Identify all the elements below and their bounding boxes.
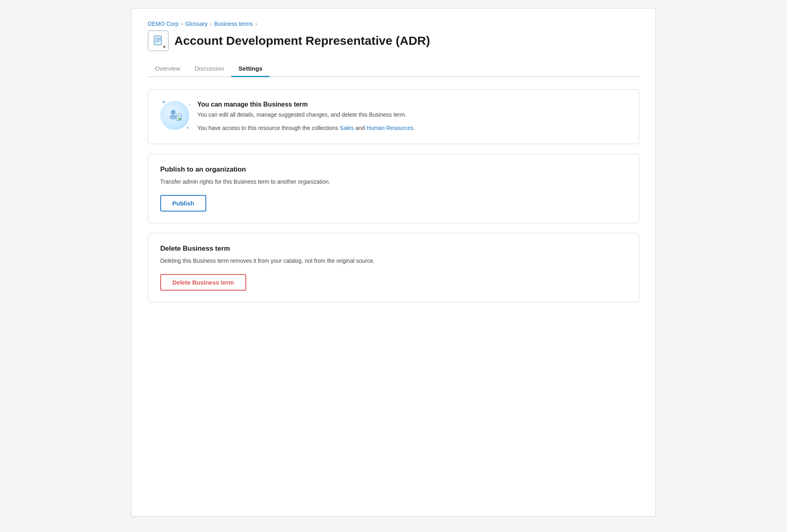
- svg-rect-0: [154, 36, 161, 45]
- delete-button[interactable]: Delete Business term: [160, 274, 246, 291]
- page-icon: [148, 30, 169, 51]
- info-card-inner: ✦ ✦ ✦ You can manage this Business term …: [160, 101, 627, 132]
- breadcrumb-demo-corp[interactable]: DEMO Corp: [148, 21, 178, 27]
- document-icon: [153, 35, 164, 46]
- page-wrapper: DEMO Corp › Glossary › Business terms › …: [131, 8, 656, 517]
- access-suffix: .: [413, 125, 415, 131]
- publish-button[interactable]: Publish: [160, 195, 206, 212]
- sparkle-1: ✦: [162, 99, 166, 105]
- info-card-description: You can edit all details, manage suggest…: [197, 111, 415, 119]
- publish-section-desc: Transfer admin rights for this Business …: [160, 178, 627, 186]
- page-title: Account Development Representative (ADR): [174, 34, 430, 48]
- access-middle: and: [354, 125, 366, 131]
- page-icon-dot: [162, 45, 166, 49]
- manage-icon: ✦ ✦ ✦: [160, 101, 189, 130]
- tabs: Overview Discussion Settings: [148, 61, 639, 77]
- sales-link[interactable]: Sales: [340, 125, 354, 131]
- delete-section-title: Delete Business term: [160, 245, 627, 253]
- info-card-title: You can manage this Business term: [197, 101, 415, 108]
- info-card-access: You have access to this resource through…: [197, 124, 415, 132]
- delete-section-desc: Deleting this Business term removes it f…: [160, 257, 627, 265]
- breadcrumb-sep-1: ›: [181, 21, 183, 27]
- breadcrumb-sep-3: ›: [255, 21, 257, 27]
- svg-point-4: [171, 110, 176, 115]
- human-resources-link[interactable]: Human Resources: [366, 125, 413, 131]
- access-prefix: You have access to this resource through…: [197, 125, 340, 131]
- manage-svg-icon: [166, 107, 184, 124]
- breadcrumb-sep-2: ›: [210, 21, 212, 27]
- breadcrumb-glossary[interactable]: Glossary: [185, 21, 207, 27]
- breadcrumb: DEMO Corp › Glossary › Business terms ›: [148, 21, 639, 27]
- tab-discussion[interactable]: Discussion: [188, 61, 232, 77]
- svg-point-5: [170, 115, 177, 119]
- breadcrumb-business-terms[interactable]: Business terms: [214, 21, 253, 27]
- tab-settings[interactable]: Settings: [231, 61, 270, 77]
- publish-section-title: Publish to an organization: [160, 165, 627, 174]
- publish-card: Publish to an organization Transfer admi…: [148, 154, 639, 223]
- info-card-content: You can manage this Business term You ca…: [197, 101, 415, 132]
- delete-card: Delete Business term Deleting this Busin…: [148, 233, 639, 302]
- sparkle-2: ✦: [186, 126, 189, 130]
- sparkle-3: ✦: [188, 103, 191, 107]
- tab-overview[interactable]: Overview: [148, 61, 188, 77]
- page-header: Account Development Representative (ADR): [148, 30, 639, 51]
- info-card: ✦ ✦ ✦ You can manage this Business term …: [148, 89, 639, 144]
- icon-background: [160, 101, 189, 130]
